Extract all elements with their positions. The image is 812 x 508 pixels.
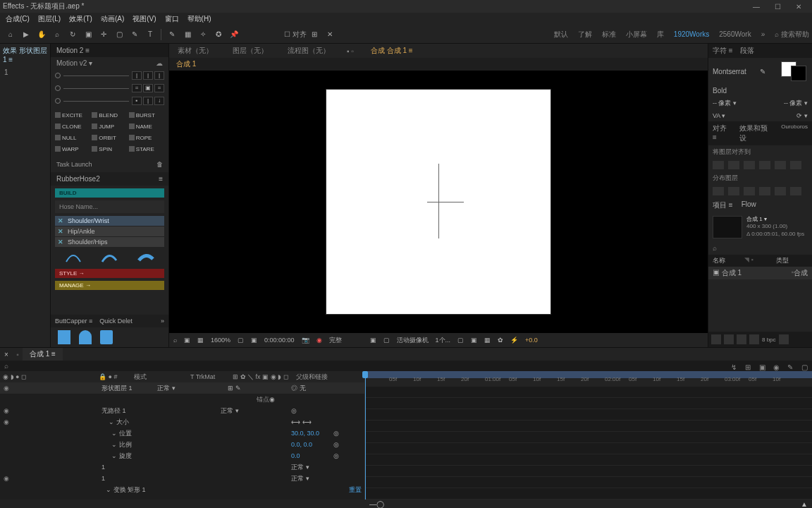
viewer-tab-flowchart[interactable]: 流程图（无） (285, 44, 333, 57)
new-folder-icon[interactable] (737, 334, 746, 344)
prop-name[interactable]: ⌄ 大小 (102, 418, 221, 427)
layer-name[interactable]: 1 (102, 475, 291, 482)
prop-value[interactable]: 0.0, 0.0 (291, 441, 333, 448)
time-display[interactable]: 0:00:00:00 (264, 337, 295, 344)
tl-icon[interactable]: ✎ (785, 362, 795, 372)
rh-item[interactable]: ✕Shoulder/Hips (55, 237, 164, 247)
rh-style-button[interactable]: STYLE → (55, 269, 164, 278)
motion-jump[interactable]: JUMP (92, 121, 127, 131)
selection-tool-icon[interactable]: ▶ (20, 29, 32, 40)
layer-name[interactable]: 形状图层 1 (102, 384, 157, 393)
fast-preview-icon[interactable]: ⚡ (510, 337, 518, 344)
blend-mode[interactable]: 正常 ▾ (291, 463, 362, 472)
snapshot-icon[interactable]: 📷 (302, 337, 309, 344)
character-tab[interactable]: 字符 ≡ (713, 46, 733, 56)
motion-name[interactable]: NAME (129, 121, 164, 131)
menu-item[interactable]: 动画(A) (97, 13, 128, 25)
hose-line-icon[interactable] (65, 252, 82, 263)
ws-link[interactable]: 2560Work (719, 30, 751, 38)
align-left-icon[interactable] (713, 161, 724, 169)
eyedropper-icon[interactable]: ✎ (760, 68, 765, 75)
tl-icon[interactable]: ▢ (799, 362, 809, 372)
project-tab[interactable]: 项目 ≡ (713, 200, 733, 210)
timeline-comp-tab[interactable]: 合成 1 ≡ (23, 348, 63, 361)
hand-tool-icon[interactable]: ✋ (36, 29, 47, 40)
pickwhip-icon[interactable]: ◎ (333, 430, 339, 437)
pickwhip-icon[interactable]: ◎ (291, 385, 297, 392)
trash-icon[interactable] (779, 334, 789, 344)
butt-cap-icon[interactable] (58, 330, 70, 344)
rh-item[interactable]: ✕Hip/Ankle (55, 226, 164, 236)
mode-col[interactable]: 模式 (134, 373, 190, 382)
align-tab[interactable]: 对齐 ≡ (713, 123, 732, 143)
pickwhip-icon[interactable]: ◎ (333, 441, 339, 448)
prop-value[interactable]: 0.0 (291, 452, 333, 459)
rh-hose-input[interactable]: Hose Name... (55, 200, 164, 213)
col-type[interactable]: 类型 (776, 256, 808, 265)
ws-link[interactable]: 库 (657, 30, 664, 40)
close-button[interactable]: ✕ (788, 3, 809, 11)
menu-item[interactable]: 效果(T) (65, 13, 97, 25)
camera-tool-icon[interactable]: ▣ (82, 29, 94, 40)
buttcapper-title[interactable]: ButtCapper ≡ (55, 318, 92, 325)
snap-checkbox[interactable]: ☐ 对齐 (284, 30, 307, 40)
quick-delete[interactable]: Quick Delet (99, 318, 133, 325)
trash-icon[interactable]: 🗑 (156, 161, 163, 168)
pickwhip-icon[interactable]: ◎ (291, 407, 297, 414)
ws-search-icon[interactable]: ⌕ 搜索帮助 (775, 30, 809, 40)
magnify-icon[interactable]: ⌕ (173, 337, 177, 344)
motion-version[interactable]: Motion v2 ▾ (56, 59, 92, 67)
blend-mode[interactable]: 正常 ▾ (291, 474, 362, 483)
motion-excite[interactable]: EXCITE (55, 110, 90, 120)
viewer-tab-comp[interactable]: 合成 合成 1 ≡ (368, 44, 416, 57)
eraser-tool-icon[interactable]: ✧ (197, 29, 209, 40)
layer-name[interactable]: 变换 矩形 1 (113, 486, 146, 493)
ws-link[interactable]: 标准 (602, 30, 616, 40)
clone-stamp-icon[interactable]: ▦ (182, 29, 193, 40)
motion-rope[interactable]: ROPE (129, 133, 164, 143)
font-weight[interactable]: Bold (713, 87, 727, 95)
view-opt-icon[interactable]: ▣ (471, 337, 477, 344)
motion-orbit[interactable]: ORBIT (92, 133, 127, 143)
channel-icon[interactable]: ▣ (251, 337, 257, 344)
motion-stare[interactable]: STARE (129, 144, 164, 154)
tl-icon[interactable]: ◉ (771, 362, 781, 372)
color-swatch[interactable] (781, 61, 806, 81)
snap-opt2-icon[interactable]: ✕ (324, 29, 336, 40)
home-icon[interactable]: ⌂ (5, 29, 16, 40)
effects-presets-tab[interactable]: 效果和预设 (739, 123, 774, 143)
dist-icon[interactable] (728, 187, 739, 195)
roto-tool-icon[interactable]: ✪ (213, 29, 224, 40)
motion-warp[interactable]: WARP (55, 144, 90, 154)
comp-breadcrumb[interactable]: 合成 1 (176, 59, 196, 69)
ouroboros-tab[interactable]: Ouroboros (781, 123, 808, 143)
playhead[interactable] (365, 371, 366, 500)
layer-name[interactable]: 无路径 1 (102, 406, 221, 416)
align-vcenter-icon[interactable] (775, 161, 786, 169)
grid-icon[interactable]: ▦ (197, 337, 204, 344)
prop-rotation[interactable]: 旋度 (119, 452, 132, 459)
timeline-search-icon[interactable]: ⌕ (4, 362, 8, 370)
kerning-icon[interactable]: ⟳ ▾ (796, 112, 808, 119)
ws-link[interactable]: 1920Works (674, 30, 709, 38)
round-cap-icon[interactable] (79, 330, 92, 344)
project-search-icon[interactable]: ⌕ (713, 244, 717, 252)
project-item[interactable]: ▣ 合成 1 ▪ 合成 (708, 267, 812, 279)
camera-dropdown[interactable]: 活动摄像机 (397, 336, 429, 345)
dist-icon[interactable] (744, 187, 755, 195)
region-icon[interactable]: ▢ (383, 337, 390, 344)
menu-item[interactable]: 图层(L) (34, 13, 65, 25)
align-top-icon[interactable] (759, 161, 770, 169)
prop-scale[interactable]: 比例 (119, 441, 132, 448)
motion-null[interactable]: NULL (55, 133, 90, 143)
prop-value[interactable]: 30.0, 30.0 (291, 430, 333, 437)
exposure-value[interactable]: +0.0 (525, 337, 538, 344)
time-ruler[interactable]: 05f 10f 15f 20f 01:00f 05f 10f 15f 20f 0… (365, 371, 812, 387)
ws-more-icon[interactable]: » (761, 30, 765, 38)
motion-spin[interactable]: SPIN (92, 144, 127, 154)
dist-icon[interactable] (790, 187, 801, 195)
ws-link[interactable]: 了解 (578, 30, 592, 40)
motion-cloud-icon[interactable]: ☁ (156, 59, 163, 67)
tl-icon[interactable]: ↯ (729, 362, 739, 372)
font-size[interactable]: -- 像素 ▾ (713, 99, 737, 108)
